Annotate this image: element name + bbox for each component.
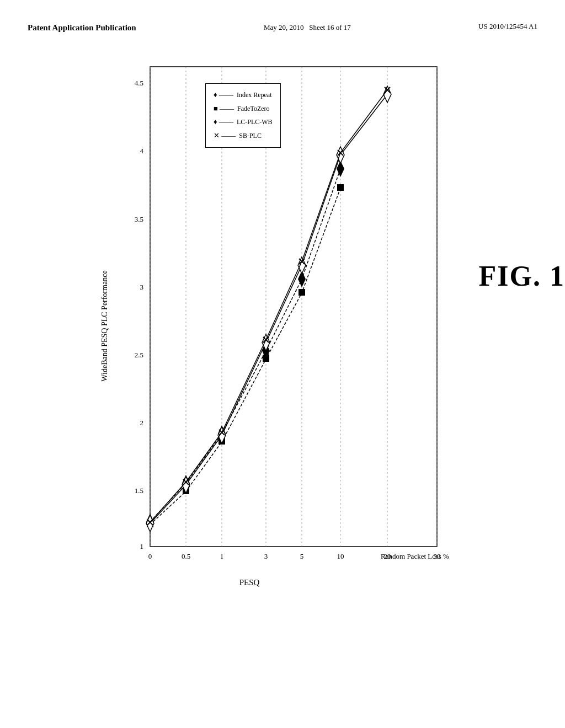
sheet-info: Sheet 16 of 17 (309, 23, 350, 31)
page: Patent Application Publication May 20, 2… (0, 0, 565, 728)
fig-label: FIG. 16 (479, 260, 565, 292)
legend-item-3: ♦ —— LC-PLC-WB (214, 115, 273, 129)
legend-label-2: FadeToZero (237, 103, 269, 115)
header: Patent Application Publication May 20, 2… (28, 22, 537, 34)
legend-item-4: ✕ —— SB-PLC (214, 129, 273, 143)
svg-marker-40 (146, 515, 154, 532)
legend-label-4: SB-PLC (239, 130, 262, 142)
svg-text:1: 1 (220, 552, 224, 560)
svg-rect-37 (263, 355, 269, 362)
svg-text:WideBand PESQ PLC Performance: WideBand PESQ PLC Performance (100, 270, 109, 381)
header-center: May 20, 2010 Sheet 16 of 17 (264, 22, 351, 33)
main-content: ♦ —— Index Repeat ■ —— FadeToZero ♦ —— L… (28, 50, 537, 629)
chart-svg: 4.5 4 3.5 3 2.5 2 1.5 1 0 0.5 1 3 5 10 2… (95, 50, 470, 629)
legend-marker-1: ♦ —— (214, 88, 233, 102)
legend-box: ♦ —— Index Repeat ■ —— FadeToZero ♦ —— L… (205, 83, 281, 148)
svg-text:PESQ: PESQ (239, 578, 260, 587)
legend-label-3: LC-PLC-WB (237, 116, 273, 129)
svg-text:3: 3 (140, 283, 144, 291)
svg-text:3.5: 3.5 (135, 215, 143, 223)
svg-text:4: 4 (140, 147, 144, 155)
legend-marker-4: ✕ —— (214, 129, 236, 143)
legend-item-2: ■ —— FadeToZero (214, 102, 273, 116)
patent-label: Patent Application Publication (28, 22, 136, 34)
pub-date: May 20, 2010 (264, 23, 304, 31)
legend-label-1: Index Repeat (237, 89, 272, 101)
svg-marker-46 (383, 86, 391, 103)
legend-marker-2: ■ —— (214, 102, 234, 116)
svg-rect-39 (337, 184, 344, 191)
svg-text:Random Packet Loss %: Random Packet Loss % (381, 552, 449, 560)
svg-text:1.5: 1.5 (135, 486, 143, 495)
patent-number: US 2010/125454 A1 (478, 22, 537, 31)
svg-text:1: 1 (140, 542, 144, 550)
svg-text:0.5: 0.5 (182, 552, 190, 560)
svg-text:0: 0 (148, 552, 152, 560)
svg-text:2.5: 2.5 (135, 351, 143, 359)
svg-rect-38 (299, 289, 305, 296)
legend-marker-3: ♦ —— (214, 115, 233, 129)
svg-text:2: 2 (140, 419, 144, 427)
svg-text:4.5: 4.5 (135, 79, 143, 87)
legend-item-1: ♦ —— Index Repeat (214, 88, 273, 102)
svg-text:3: 3 (264, 552, 268, 560)
svg-text:5: 5 (300, 552, 304, 560)
svg-text:10: 10 (337, 552, 344, 560)
chart-container: ♦ —— Index Repeat ■ —— FadeToZero ♦ —— L… (95, 50, 470, 629)
